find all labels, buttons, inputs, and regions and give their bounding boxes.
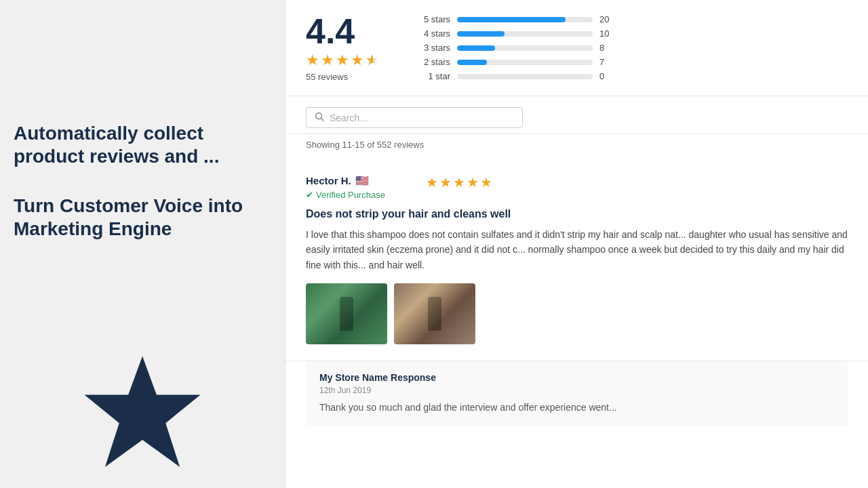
response-header: My Store Name Response — [319, 372, 834, 383]
overall-rating: 4.4 ★ ★ ★ ★ ★ ★ 55 reviews — [306, 14, 379, 82]
star-1: ★ — [306, 52, 319, 69]
response-date: 12th Jun 2019 — [319, 386, 834, 395]
bar-count-3: 7 — [599, 57, 613, 67]
bar-label-4: 1 star — [420, 71, 450, 81]
svg-line-2 — [321, 119, 324, 121]
search-wrapper[interactable] — [306, 107, 523, 128]
star-icon — [78, 350, 207, 479]
tagline-2: Turn Customer Voice into Marketing Engin… — [14, 195, 271, 240]
rating-bars: 5 stars204 stars103 stars82 stars71 star… — [420, 14, 848, 81]
bar-row-2: 3 stars8 — [420, 43, 848, 53]
tagline-1-line1: Automatically collect — [14, 123, 203, 144]
check-icon: ✔ — [306, 190, 313, 200]
rev-star-2: ★ — [439, 174, 452, 200]
review-image-1 — [306, 283, 387, 344]
reviewer-flag: 🇺🇸 — [355, 174, 369, 187]
bar-label-0: 5 stars — [420, 14, 450, 24]
bar-fill-0 — [457, 17, 566, 22]
svg-marker-0 — [85, 357, 201, 467]
star-2: ★ — [321, 52, 334, 69]
review-content: Does not strip your hair and cleans well… — [306, 208, 848, 344]
bar-row-4: 1 star0 — [420, 71, 848, 81]
bar-count-4: 0 — [599, 71, 613, 81]
star-4: ★ — [351, 52, 364, 69]
bar-row-3: 2 stars7 — [420, 57, 848, 67]
reviewer-name: Hector H. 🇺🇸 — [306, 174, 385, 187]
store-response: My Store Name Response 12th Jun 2019 Tha… — [306, 361, 848, 426]
bar-label-3: 2 stars — [420, 57, 450, 67]
verified-label: Verified Purchase — [316, 190, 385, 200]
tagline-2-line1: Turn Customer Voice into — [14, 195, 243, 216]
left-panel: Automatically collect product reviews an… — [0, 0, 285, 488]
review-card: Hector H. 🇺🇸 ✔ Verified Purchase ★ ★ ★ ★… — [285, 158, 868, 361]
star-3: ★ — [336, 52, 349, 69]
bar-track-3 — [457, 60, 593, 65]
right-panel: 4.4 ★ ★ ★ ★ ★ ★ 55 reviews 5 stars204 st… — [285, 0, 868, 488]
verified-badge: ✔ Verified Purchase — [306, 190, 385, 200]
reviewer-info: Hector H. 🇺🇸 ✔ Verified Purchase — [306, 174, 385, 200]
reviews-count: 55 reviews — [306, 72, 348, 82]
bar-count-0: 20 — [599, 14, 613, 24]
rev-star-1: ★ — [426, 174, 438, 200]
review-header: Hector H. 🇺🇸 ✔ Verified Purchase ★ ★ ★ ★… — [306, 174, 848, 200]
bar-fill-2 — [457, 45, 495, 51]
rev-star-5: ★ — [480, 174, 492, 200]
bar-track-2 — [457, 45, 593, 51]
search-input[interactable] — [330, 113, 514, 123]
showing-text: Showing 11-15 of 552 reviews — [285, 134, 868, 158]
star-decoration — [78, 350, 207, 481]
stars-row: ★ ★ ★ ★ ★ ★ — [306, 52, 379, 69]
review-images — [306, 283, 848, 344]
bar-track-4 — [457, 74, 593, 79]
rating-summary: 4.4 ★ ★ ★ ★ ★ ★ 55 reviews 5 stars204 st… — [285, 0, 868, 96]
tagline-2-line2: Marketing Engine — [14, 218, 172, 239]
review-stars: ★ ★ ★ ★ ★ — [426, 174, 492, 200]
bar-label-2: 3 stars — [420, 43, 450, 53]
bar-track-0 — [457, 17, 593, 22]
rev-star-4: ★ — [467, 174, 479, 200]
search-area — [285, 96, 868, 134]
reviewer-name-text: Hector H. — [306, 175, 351, 186]
rating-number: 4.4 — [306, 14, 355, 49]
bar-count-2: 8 — [599, 43, 613, 53]
star-half: ★ ★ — [366, 52, 379, 69]
bar-row-0: 5 stars20 — [420, 14, 848, 24]
review-title: Does not strip your hair and cleans well — [306, 208, 848, 220]
bar-track-1 — [457, 31, 593, 37]
search-icon — [315, 112, 324, 123]
bar-fill-1 — [457, 31, 505, 37]
tagline-1-line2: product reviews and ... — [14, 146, 219, 167]
tagline-1: Automatically collect product reviews an… — [14, 122, 271, 167]
review-body: I love that this shampoo does not contai… — [306, 227, 848, 272]
review-image-2 — [394, 283, 475, 344]
response-text: Thank you so much and glad the interview… — [319, 401, 834, 415]
rev-star-3: ★ — [453, 174, 465, 200]
bar-count-1: 10 — [599, 28, 613, 39]
bar-row-1: 4 stars10 — [420, 28, 848, 39]
bar-label-1: 4 stars — [420, 28, 450, 39]
bar-fill-3 — [457, 60, 487, 65]
